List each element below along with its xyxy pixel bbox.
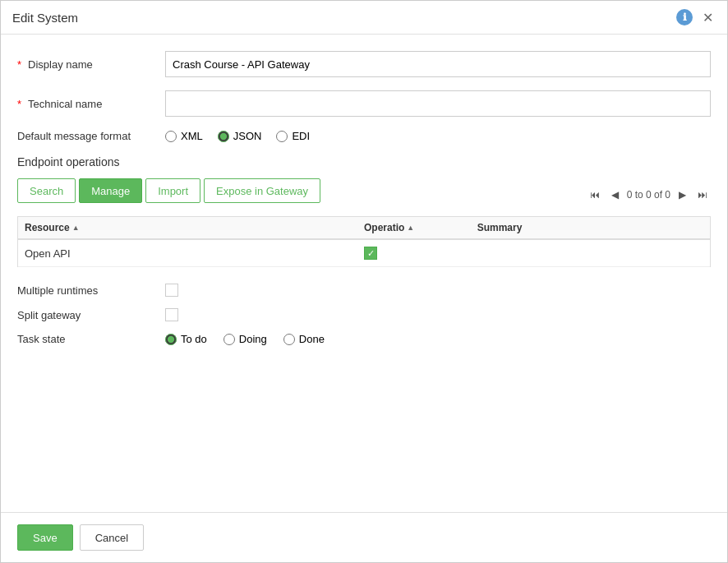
multiple-runtimes-value	[165, 284, 178, 297]
split-gateway-row: Split gateway	[17, 308, 711, 321]
multiple-runtimes-row: Multiple runtimes	[17, 284, 711, 297]
manage-button[interactable]: Manage	[79, 178, 142, 203]
table-row: Open API ✓	[18, 240, 710, 267]
technical-name-row: * Technical name	[17, 90, 711, 117]
message-format-row: Default message format XML JSON EDI	[17, 130, 711, 142]
next-page-button[interactable]: ▶	[675, 187, 689, 202]
search-button[interactable]: Search	[17, 178, 76, 203]
close-icon[interactable]: ✕	[699, 9, 716, 25]
endpoint-buttons: Search Manage Import Expose in Gateway	[17, 178, 320, 203]
task-radio-done[interactable]: Done	[283, 333, 325, 345]
message-format-group: XML JSON EDI	[165, 130, 310, 142]
technical-name-label: * Technical name	[17, 98, 165, 110]
task-radio-todo[interactable]: To do	[165, 333, 207, 345]
task-state-row: Task state To do Doing Done	[17, 333, 711, 345]
required-star: *	[17, 58, 21, 71]
split-gateway-checkbox[interactable]	[165, 308, 178, 321]
import-button[interactable]: Import	[145, 178, 200, 203]
display-name-input[interactable]	[165, 51, 711, 77]
split-gateway-label: Split gateway	[17, 309, 165, 321]
radio-edi-input[interactable]	[276, 131, 288, 142]
pagination-area: ⏮ ◀ 0 to 0 of 0 ▶ ⏭	[587, 187, 711, 202]
modal-header: Edit System ℹ ✕	[1, 1, 727, 35]
radio-json[interactable]: JSON	[218, 130, 262, 142]
endpoint-section-title: Endpoint operations	[17, 155, 711, 168]
table-header: Resource ▲ Operatio ▲ Summary	[18, 217, 710, 240]
required-star-2: *	[17, 98, 21, 110]
td-resource: Open API	[25, 247, 364, 260]
th-summary: Summary	[477, 222, 703, 233]
th-operation: Operatio ▲	[364, 222, 477, 233]
save-button[interactable]: Save	[17, 524, 73, 551]
modal-body: * Display name * Technical name Default …	[1, 35, 727, 512]
task-radio-todo-input[interactable]	[165, 334, 177, 345]
pagination-text: 0 to 0 of 0	[627, 189, 670, 201]
display-name-label: * Display name	[17, 58, 165, 71]
message-format-label: Default message format	[17, 130, 165, 142]
radio-edi[interactable]: EDI	[276, 130, 310, 142]
multiple-runtimes-label: Multiple runtimes	[17, 284, 165, 297]
cancel-button[interactable]: Cancel	[80, 524, 144, 551]
split-gateway-value	[165, 308, 178, 321]
expose-gateway-button[interactable]: Expose in Gateway	[204, 178, 320, 203]
multiple-runtimes-checkbox[interactable]	[165, 284, 178, 297]
task-radio-doing-input[interactable]	[223, 334, 235, 345]
radio-json-input[interactable]	[218, 131, 229, 142]
task-radio-done-input[interactable]	[283, 334, 295, 345]
properties-section: Multiple runtimes Split gateway Task sta…	[17, 284, 711, 345]
sort-arrow-operation: ▲	[407, 224, 414, 232]
prev-page-button[interactable]: ◀	[608, 187, 622, 202]
last-page-button[interactable]: ⏭	[694, 187, 711, 202]
radio-xml-input[interactable]	[165, 131, 177, 142]
edit-system-modal: Edit System ℹ ✕ * Display name * Technic…	[0, 0, 728, 563]
modal-footer: Save Cancel	[1, 512, 727, 562]
display-name-row: * Display name	[17, 51, 711, 77]
td-operation: ✓	[364, 247, 477, 260]
task-radio-doing[interactable]: Doing	[223, 333, 267, 345]
task-state-label: Task state	[17, 333, 165, 345]
sort-arrow-resource: ▲	[72, 224, 80, 232]
th-resource: Resource ▲	[25, 222, 364, 233]
modal-title: Edit System	[12, 11, 78, 25]
operations-table: Resource ▲ Operatio ▲ Summary Open API ✓	[17, 216, 711, 267]
table-body: Open API ✓	[18, 240, 710, 267]
task-state-group: To do Doing Done	[165, 333, 325, 345]
endpoint-toolbar: Search Manage Import Expose in Gateway ⏮…	[17, 178, 711, 211]
header-actions: ℹ ✕	[676, 9, 716, 25]
technical-name-input[interactable]	[165, 90, 711, 117]
first-page-button[interactable]: ⏮	[587, 187, 603, 202]
info-icon[interactable]: ℹ	[676, 9, 693, 25]
radio-xml[interactable]: XML	[165, 130, 203, 142]
operation-checkbox[interactable]: ✓	[364, 247, 377, 260]
